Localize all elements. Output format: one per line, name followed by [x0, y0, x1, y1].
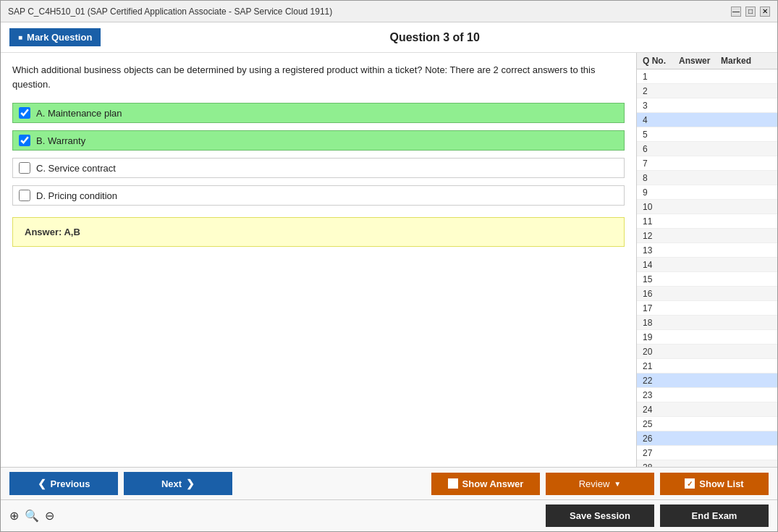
table-row[interactable]: 26 [637, 431, 777, 446]
option-d-label: D. Pricing condition [36, 190, 117, 201]
review-dropdown-icon: ▼ [614, 480, 621, 488]
qno-cell: 15 [643, 274, 679, 284]
question-title: Question 3 of 10 [101, 31, 769, 44]
table-row[interactable]: 25 [637, 417, 777, 431]
show-list-label: Show List [699, 478, 743, 489]
checkbox-b[interactable] [19, 135, 30, 146]
end-exam-button[interactable]: End Exam [660, 504, 769, 527]
review-label: Review [579, 478, 610, 489]
window-title: SAP C_C4H510_01 (SAP Certified Applicati… [8, 7, 332, 17]
question-text: Which additional business objects can be… [12, 63, 625, 91]
content-area: Mark Question Question 3 of 10 Which add… [1, 22, 777, 531]
table-row[interactable]: 5 [637, 127, 777, 142]
show-answer-button[interactable]: Show Answer [431, 473, 540, 495]
qno-cell: 27 [643, 448, 679, 458]
table-row[interactable]: 13 [637, 243, 777, 258]
answer-reveal: Answer: A,B [12, 217, 625, 247]
qno-cell: 6 [643, 144, 679, 154]
show-answer-icon [448, 478, 458, 489]
table-row[interactable]: 28 [637, 460, 777, 467]
option-b-label: B. Warranty [36, 135, 85, 146]
table-row[interactable]: 8 [637, 171, 777, 185]
option-a-label: A. Maintenance plan [36, 108, 122, 119]
show-list-check-icon: ✓ [685, 478, 695, 489]
qno-cell: 21 [643, 361, 679, 371]
right-panel-header: Q No. Answer Marked [637, 53, 777, 69]
qno-cell: 20 [643, 347, 679, 357]
previous-button[interactable]: ❮ Previous [9, 472, 118, 495]
table-row[interactable]: 14 [637, 258, 777, 272]
qno-cell: 11 [643, 216, 679, 227]
option-d[interactable]: D. Pricing condition [12, 185, 625, 206]
table-row[interactable]: 16 [637, 287, 777, 301]
table-row[interactable]: 17 [637, 301, 777, 316]
table-row[interactable]: 27 [637, 446, 777, 460]
qno-cell: 9 [643, 187, 679, 198]
qno-cell: 13 [643, 245, 679, 256]
zoom-in-icon[interactable]: ⊕ [9, 509, 19, 523]
maximize-button[interactable]: □ [745, 7, 756, 17]
next-label: Next [161, 478, 182, 489]
table-row[interactable]: 2 [637, 84, 777, 98]
qno-cell: 19 [643, 332, 679, 342]
bottom-toolbar-1: ❮ Previous Next ❯ Show Answer Review ▼ ✓… [1, 467, 777, 499]
show-answer-label: Show Answer [462, 478, 524, 489]
checkbox-d[interactable] [19, 190, 30, 201]
table-row[interactable]: 23 [637, 388, 777, 402]
table-row[interactable]: 4 [637, 113, 777, 127]
table-row[interactable]: 7 [637, 156, 777, 171]
checkbox-c[interactable] [19, 162, 30, 174]
title-bar: SAP C_C4H510_01 (SAP Certified Applicati… [1, 1, 777, 22]
qno-cell: 26 [643, 434, 679, 444]
table-row[interactable]: 1 [637, 69, 777, 84]
option-a[interactable]: A. Maintenance plan [12, 103, 625, 123]
option-b[interactable]: B. Warranty [12, 130, 625, 151]
table-row[interactable]: 9 [637, 185, 777, 200]
previous-label: Previous [51, 478, 90, 489]
next-button[interactable]: Next ❯ [124, 472, 232, 495]
main-area: Which additional business objects can be… [1, 53, 777, 467]
qno-cell: 24 [643, 405, 679, 415]
show-list-button[interactable]: ✓ Show List [660, 473, 769, 495]
table-row[interactable]: 20 [637, 345, 777, 359]
save-session-button[interactable]: Save Session [546, 504, 654, 527]
table-row[interactable]: 11 [637, 214, 777, 229]
checkbox-a[interactable] [19, 107, 30, 119]
qno-cell: 23 [643, 390, 679, 400]
qno-cell: 22 [643, 376, 679, 386]
zoom-reset-icon[interactable]: 🔍 [25, 509, 39, 523]
minimize-button[interactable]: — [731, 7, 741, 17]
qno-cell: 18 [643, 318, 679, 328]
qno-cell: 16 [643, 289, 679, 299]
next-chevron-icon: ❯ [186, 478, 195, 489]
table-row[interactable]: 3 [637, 98, 777, 113]
table-row[interactable]: 10 [637, 200, 777, 214]
qno-cell: 7 [643, 159, 679, 169]
top-bar: Mark Question Question 3 of 10 [1, 22, 777, 53]
right-panel: Q No. Answer Marked 12345678910111213141… [636, 53, 777, 467]
table-row[interactable]: 21 [637, 359, 777, 373]
table-row[interactable]: 22 [637, 373, 777, 388]
table-row[interactable]: 24 [637, 402, 777, 417]
col-answer: Answer [679, 56, 721, 66]
review-button[interactable]: Review ▼ [546, 473, 654, 495]
window-controls: — □ ✕ [731, 7, 770, 17]
table-row[interactable]: 18 [637, 316, 777, 330]
zoom-out-icon[interactable]: ⊖ [45, 509, 54, 523]
question-list[interactable]: 1234567891011121314151617181920212223242… [637, 69, 777, 467]
qno-cell: 17 [643, 303, 679, 313]
qno-cell: 4 [643, 115, 679, 125]
qno-cell: 25 [643, 419, 679, 429]
close-button[interactable]: ✕ [760, 7, 770, 17]
qno-cell: 5 [643, 130, 679, 140]
table-row[interactable]: 19 [637, 330, 777, 345]
qno-cell: 2 [643, 86, 679, 96]
answer-text: Answer: A,B [25, 227, 80, 237]
qno-cell: 14 [643, 260, 679, 270]
table-row[interactable]: 6 [637, 142, 777, 156]
table-row[interactable]: 12 [637, 229, 777, 243]
qno-cell: 12 [643, 231, 679, 241]
option-c[interactable]: C. Service contract [12, 158, 625, 178]
mark-question-button[interactable]: Mark Question [9, 28, 101, 46]
table-row[interactable]: 15 [637, 272, 777, 287]
